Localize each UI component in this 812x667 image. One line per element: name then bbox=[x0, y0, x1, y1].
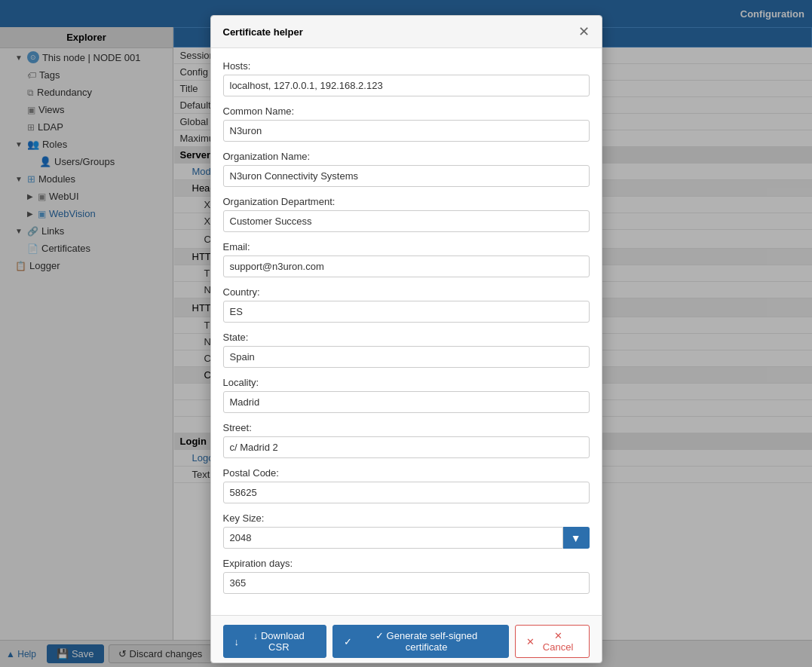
org-name-label: Organization Name: bbox=[223, 151, 590, 162]
country-label: Country: bbox=[223, 286, 590, 298]
state-input[interactable] bbox=[223, 346, 590, 368]
keysize-group: Key Size: ▼ bbox=[223, 512, 590, 549]
email-label: Email: bbox=[223, 241, 590, 252]
common-name-label: Common Name: bbox=[223, 106, 590, 117]
street-group: Street: bbox=[223, 422, 590, 458]
modal-title: Certificate helper bbox=[223, 26, 303, 38]
hosts-label: Hosts: bbox=[223, 60, 590, 72]
state-group: State: bbox=[223, 332, 590, 368]
keysize-input[interactable] bbox=[223, 527, 563, 549]
org-dept-input[interactable] bbox=[223, 210, 590, 232]
country-input[interactable] bbox=[223, 301, 590, 323]
expiration-input[interactable] bbox=[223, 572, 590, 594]
org-dept-group: Organization Department: bbox=[223, 196, 590, 232]
org-name-input[interactable] bbox=[223, 165, 590, 187]
common-name-group: Common Name: bbox=[223, 106, 590, 142]
state-label: State: bbox=[223, 332, 590, 343]
locality-input[interactable] bbox=[223, 391, 590, 413]
modal-body: Hosts: Common Name: Organization Name: O… bbox=[211, 48, 602, 615]
locality-group: Locality: bbox=[223, 377, 590, 413]
generate-cert-button[interactable]: ✓ ✓ Generate self-signed certificate bbox=[332, 625, 509, 658]
modal-close-button[interactable]: ✕ bbox=[578, 23, 590, 40]
email-group: Email: bbox=[223, 241, 590, 277]
hosts-group: Hosts: bbox=[223, 60, 590, 96]
modal-footer: ↓ ↓ Download CSR ✓ ✓ Generate self-signe… bbox=[211, 615, 602, 663]
org-dept-label: Organization Department: bbox=[223, 196, 590, 207]
keysize-input-container: ▼ bbox=[223, 527, 590, 549]
org-name-group: Organization Name: bbox=[223, 151, 590, 187]
postal-label: Postal Code: bbox=[223, 467, 590, 479]
expiration-label: Expiration days: bbox=[223, 558, 590, 569]
hosts-input[interactable] bbox=[223, 75, 590, 96]
country-group: Country: bbox=[223, 286, 590, 323]
keysize-label: Key Size: bbox=[223, 512, 590, 524]
locality-label: Locality: bbox=[223, 377, 590, 388]
modal-overlay: Certificate helper ✕ Hosts: Common Name:… bbox=[0, 0, 812, 667]
expiration-group: Expiration days: bbox=[223, 558, 590, 594]
street-input[interactable] bbox=[223, 436, 590, 458]
download-icon: ↓ bbox=[234, 636, 240, 647]
download-csr-label: ↓ Download CSR bbox=[243, 630, 315, 653]
cancel-button[interactable]: ✕ ✕ Cancel bbox=[515, 625, 590, 658]
certificate-helper-modal: Certificate helper ✕ Hosts: Common Name:… bbox=[210, 15, 602, 663]
generate-cert-label: ✓ Generate self-signed certificate bbox=[356, 630, 498, 653]
postal-group: Postal Code: bbox=[223, 467, 590, 503]
street-label: Street: bbox=[223, 422, 590, 433]
common-name-input[interactable] bbox=[223, 120, 590, 142]
download-csr-button[interactable]: ↓ ↓ Download CSR bbox=[223, 625, 326, 658]
postal-input[interactable] bbox=[223, 482, 590, 503]
cancel-icon: ✕ bbox=[526, 636, 535, 647]
email-input[interactable] bbox=[223, 255, 590, 277]
modal-header: Certificate helper ✕ bbox=[211, 16, 602, 48]
check-icon: ✓ bbox=[344, 636, 352, 647]
cancel-label: ✕ Cancel bbox=[538, 630, 578, 653]
keysize-dropdown-button[interactable]: ▼ bbox=[563, 527, 590, 549]
